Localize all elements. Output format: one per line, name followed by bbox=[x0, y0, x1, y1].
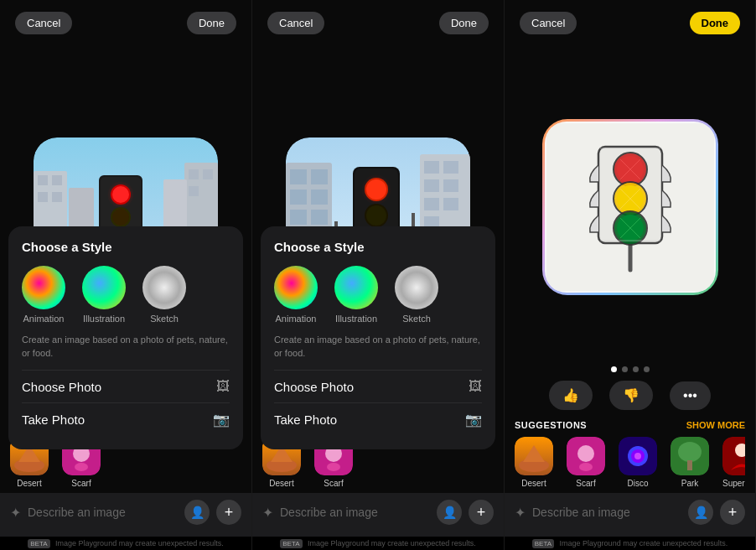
suggestion-park-3[interactable]: Park bbox=[671, 437, 709, 488]
suggestion-scarf-3[interactable]: Scarf bbox=[567, 437, 605, 488]
svg-point-74 bbox=[366, 205, 386, 226]
input-field-3[interactable]: ✦ Describe an image bbox=[515, 505, 681, 521]
suggestions-header-3: SUGGESTIONS SHOW MORE bbox=[515, 420, 745, 430]
svg-rect-50 bbox=[290, 210, 307, 225]
style-popup-2: Choose a Style Animation Illustration Sk… bbox=[261, 226, 495, 449]
avatar-button-1[interactable]: 👤 bbox=[184, 500, 210, 525]
style-sketch-label-2: Sketch bbox=[402, 314, 431, 324]
thumbs-up-button-3[interactable]: 👍 bbox=[549, 381, 593, 410]
beta-badge-3: BETA bbox=[532, 539, 554, 548]
cancel-button-1[interactable]: Cancel bbox=[15, 12, 72, 34]
done-button-2[interactable]: Done bbox=[439, 12, 489, 34]
svg-rect-56 bbox=[443, 161, 458, 174]
panel-1: Cancel Done bbox=[0, 0, 252, 550]
svg-point-43 bbox=[75, 463, 88, 471]
svg-point-108 bbox=[579, 463, 593, 471]
add-button-2[interactable]: + bbox=[469, 500, 494, 525]
suggestion-superhero-3[interactable]: Superhero bbox=[722, 437, 745, 488]
style-options-2: Animation Illustration Sketch bbox=[274, 266, 482, 324]
take-photo-item-1[interactable]: Take Photo 📷 bbox=[22, 402, 230, 436]
avatar-button-3[interactable]: 👤 bbox=[688, 500, 713, 525]
svg-rect-2 bbox=[38, 175, 48, 185]
beta-notice-2: BETA Image Playground may create unexpec… bbox=[252, 537, 504, 550]
choose-photo-icon-1: 🖼 bbox=[216, 379, 230, 394]
top-bar-3: Cancel Done bbox=[505, 0, 755, 43]
style-description-2: Create an image based on a photo of pets… bbox=[274, 334, 482, 360]
style-sketch-icon-2 bbox=[395, 266, 438, 309]
top-bar-2: Cancel Done bbox=[252, 0, 504, 43]
style-popup-title-1: Choose a Style bbox=[22, 240, 230, 254]
scarf-label-2: Scarf bbox=[324, 479, 343, 488]
main-image-area-3 bbox=[505, 43, 755, 363]
style-option-illustration-2[interactable]: Illustration bbox=[334, 266, 378, 324]
svg-point-114 bbox=[678, 442, 702, 462]
done-button-3[interactable]: Done bbox=[690, 12, 741, 34]
input-placeholder-2: Describe an image bbox=[280, 506, 378, 519]
input-field-2[interactable]: ✦ Describe an image bbox=[262, 505, 430, 521]
choose-photo-label-2: Choose Photo bbox=[274, 380, 354, 394]
style-illustration-icon-2 bbox=[334, 266, 378, 309]
beta-text-3: Image Playground may create unexpected r… bbox=[560, 539, 728, 547]
style-option-sketch-2[interactable]: Sketch bbox=[395, 266, 438, 324]
park-label-3: Park bbox=[681, 479, 699, 488]
choose-photo-label-1: Choose Photo bbox=[22, 380, 101, 394]
svg-rect-7 bbox=[189, 169, 199, 179]
beta-text-2: Image Playground may create unexpected r… bbox=[308, 539, 476, 547]
choose-photo-item-1[interactable]: Choose Photo 🖼 bbox=[22, 370, 230, 402]
svg-point-84 bbox=[327, 463, 340, 471]
beta-notice-1: BETA Image Playground may create unexpec… bbox=[0, 537, 251, 550]
thumbs-up-icon-3: 👍 bbox=[562, 387, 579, 403]
show-more-3[interactable]: SHOW MORE bbox=[686, 420, 745, 430]
more-button-3[interactable]: ••• bbox=[670, 381, 711, 410]
svg-point-34 bbox=[112, 209, 129, 226]
sparkle-icon-2: ✦ bbox=[262, 505, 273, 521]
style-popup-1: Choose a Style Animation Illustration Sk… bbox=[8, 226, 243, 449]
svg-rect-5 bbox=[52, 192, 62, 202]
input-placeholder-1: Describe an image bbox=[28, 506, 126, 519]
style-option-sketch-1[interactable]: Sketch bbox=[142, 266, 186, 324]
pagination-3 bbox=[505, 363, 755, 376]
glow-border-3 bbox=[542, 119, 718, 295]
sparkle-icon-1: ✦ bbox=[10, 505, 21, 521]
style-option-animation-1[interactable]: Animation bbox=[22, 266, 65, 324]
desert-label-1: Desert bbox=[17, 479, 41, 488]
done-button-1[interactable]: Done bbox=[187, 12, 236, 34]
panel-2: Cancel Done bbox=[252, 0, 505, 550]
add-button-1[interactable]: + bbox=[216, 500, 241, 525]
more-icon-3: ••• bbox=[683, 388, 697, 403]
input-field-1[interactable]: ✦ Describe an image bbox=[10, 505, 178, 521]
style-animation-label-1: Animation bbox=[23, 314, 65, 324]
avatar-button-2[interactable]: 👤 bbox=[437, 500, 462, 525]
suggestion-disco-3[interactable]: Disco bbox=[619, 437, 657, 488]
disco-thumb-3 bbox=[619, 437, 657, 475]
svg-point-72 bbox=[366, 179, 386, 200]
superhero-thumb-3 bbox=[722, 437, 745, 475]
style-option-animation-2[interactable]: Animation bbox=[274, 266, 318, 324]
take-photo-item-2[interactable]: Take Photo 📷 bbox=[274, 402, 482, 436]
cancel-button-3[interactable]: Cancel bbox=[520, 12, 577, 34]
scarf-label-1: Scarf bbox=[71, 479, 91, 488]
bottom-bar-3: ✦ Describe an image 👤 + bbox=[505, 493, 755, 537]
svg-rect-8 bbox=[203, 169, 213, 179]
superhero-label-3: Superhero bbox=[722, 479, 745, 488]
sparkle-icon-3: ✦ bbox=[515, 505, 526, 521]
take-photo-label-2: Take Photo bbox=[274, 412, 337, 427]
thumbs-down-button-3[interactable]: 👎 bbox=[609, 381, 653, 410]
svg-rect-4 bbox=[38, 192, 48, 202]
dot-3 bbox=[633, 366, 639, 372]
add-button-3[interactable]: + bbox=[720, 500, 745, 525]
choose-photo-item-2[interactable]: Choose Photo 🖼 bbox=[274, 370, 482, 402]
style-illustration-label-1: Illustration bbox=[83, 314, 125, 324]
svg-rect-59 bbox=[424, 198, 439, 210]
svg-point-107 bbox=[577, 445, 594, 462]
svg-rect-58 bbox=[443, 179, 458, 192]
cancel-button-2[interactable]: Cancel bbox=[267, 12, 324, 34]
svg-rect-49 bbox=[311, 189, 328, 205]
input-placeholder-3: Describe an image bbox=[532, 506, 630, 519]
style-option-illustration-1[interactable]: Illustration bbox=[82, 266, 126, 324]
style-description-1: Create an image based on a photo of pets… bbox=[22, 334, 230, 360]
suggestions-label-3: SUGGESTIONS bbox=[515, 420, 587, 430]
suggestion-desert-3[interactable]: Desert bbox=[515, 437, 553, 488]
take-photo-icon-1: 📷 bbox=[213, 412, 230, 428]
style-illustration-label-2: Illustration bbox=[335, 314, 377, 324]
